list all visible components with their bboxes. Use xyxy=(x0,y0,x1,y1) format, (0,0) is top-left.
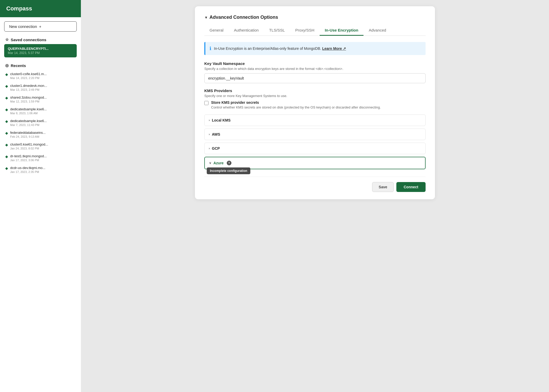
recent-item-date: Mar 7, 2023, 11:43 PM xyxy=(10,123,47,126)
recents-section-title: ◎ Recents xyxy=(0,59,81,70)
db-icon: ◆ xyxy=(5,143,8,147)
azure-kms-section: ∨ Azure ? Incomplete configuration xyxy=(204,157,426,169)
tab-proxy[interactable]: Proxy/SSH xyxy=(290,25,319,36)
tabs-bar: General Authentication TLS/SSL Proxy/SSH… xyxy=(204,25,426,36)
local-kms-header[interactable]: › Local KMS xyxy=(205,115,425,126)
list-item[interactable]: ◆ cluster0.kse61.mongod... Jan 24, 2023,… xyxy=(0,140,81,152)
saved-connections-list: QUERYABLEENCRYPTI... Mar 14, 2023, 5:37 … xyxy=(0,44,81,59)
key-vault-title: Key Vault Namespace xyxy=(204,61,426,66)
learn-more-link[interactable]: Learn More ↗ xyxy=(322,46,346,51)
db-icon: ◆ xyxy=(5,96,8,100)
saved-item-name: QUERYABLEENCRYPTI... xyxy=(8,47,73,51)
list-item[interactable]: ◆ shared.3zdou.mongod... Mar 12, 2023, 1… xyxy=(0,93,81,105)
recent-item-name: dcdr-us-dev.tkqmi.mo... xyxy=(10,166,45,170)
key-vault-input[interactable] xyxy=(204,73,426,83)
list-item[interactable]: ◆ federateddatabaseins... Feb 24, 2023, … xyxy=(0,129,81,140)
store-kms-row: Store KMS provider secrets Control wheth… xyxy=(204,100,426,109)
save-button[interactable]: Save xyxy=(372,182,394,192)
db-icon: ◆ xyxy=(5,84,8,88)
local-kms-label: Local KMS xyxy=(212,118,231,122)
recent-item-date: Mar 13, 2023, 2:49 PM xyxy=(10,88,47,91)
saved-item-date: Mar 14, 2023, 5:37 PM xyxy=(8,51,73,55)
list-item[interactable]: ◆ dcdr-us-dev.tkqmi.mo... Jan 17, 2023, … xyxy=(0,164,81,176)
app-title: Compass xyxy=(6,5,32,12)
recent-item-name: cluster0-csfle.kse61.m... xyxy=(10,72,47,76)
recent-item-date: Jan 24, 2023, 8:02 PM xyxy=(10,147,48,150)
aws-kms-section: › AWS xyxy=(204,129,426,140)
kms-providers-title: KMS Providers xyxy=(204,88,426,93)
recent-item-name: shared.3zdou.mongod... xyxy=(10,95,47,99)
info-text: In-Use Encryption is an Enterprise/Atlas… xyxy=(214,46,346,51)
db-icon: ◆ xyxy=(5,166,8,170)
recent-item-name: federateddatabaseins... xyxy=(10,131,46,135)
recents-label: Recents xyxy=(11,63,26,68)
db-icon: ◆ xyxy=(5,131,8,135)
azure-kms-label: Azure xyxy=(213,161,224,165)
db-icon: ◆ xyxy=(5,72,8,76)
db-icon: ◆ xyxy=(5,119,8,123)
card-title-text: Advanced Connection Options xyxy=(210,15,278,20)
azure-tooltip: Incomplete configuration xyxy=(207,167,250,174)
recent-item-date: Mar 12, 2023, 1:59 PM xyxy=(10,100,47,103)
new-connection-button[interactable]: New connection + xyxy=(4,21,77,32)
gcp-kms-header[interactable]: › GCP xyxy=(205,143,425,154)
chevron-right-icon: › xyxy=(209,132,210,136)
tab-advanced[interactable]: Advanced xyxy=(363,25,391,36)
saved-connection-item[interactable]: QUERYABLEENCRYPTI... Mar 14, 2023, 5:37 … xyxy=(4,44,77,57)
tab-inuse-encryption[interactable]: In-Use Encryption xyxy=(320,25,363,36)
connect-button[interactable]: Connect xyxy=(396,182,426,192)
db-icon: ◆ xyxy=(5,107,8,112)
store-kms-desc: Control whether KMS secrets are stored o… xyxy=(211,105,381,109)
saved-connections-label: Saved connections xyxy=(11,38,46,42)
info-icon: ℹ xyxy=(210,46,211,51)
card-title: ▼ Advanced Connection Options xyxy=(204,15,426,20)
star-icon: ☆ xyxy=(5,37,9,42)
recent-item-name: dedicatedsample.kse6... xyxy=(10,107,47,111)
recent-item-date: Mar 14, 2023, 2:20 PM xyxy=(10,76,47,80)
local-kms-section: › Local KMS xyxy=(204,114,426,126)
azure-kms-header[interactable]: ∨ Azure ? Incomplete configuration xyxy=(205,157,425,169)
kms-providers-desc: Specify one or more Key Management Syste… xyxy=(204,94,426,98)
recent-item-name: dedicatedsample.kse6... xyxy=(10,119,47,123)
new-connection-label: New connection xyxy=(9,24,37,29)
recent-item-name: cluster1.dmedevk.mon... xyxy=(10,84,47,88)
store-kms-checkbox[interactable] xyxy=(204,101,208,105)
list-item[interactable]: ◆ cluster1.dmedevk.mon... Mar 13, 2023, … xyxy=(0,82,81,93)
recent-item-date: Feb 24, 2023, 9:13 AM xyxy=(10,135,46,138)
recent-item-name: cluster0.kse61.mongod... xyxy=(10,142,48,146)
tab-tls[interactable]: TLS/SSL xyxy=(264,25,290,36)
chevron-right-icon: › xyxy=(209,118,210,122)
chevron-down-icon: ∨ xyxy=(209,161,211,165)
plus-icon: + xyxy=(39,24,41,29)
main-content: ▼ Advanced Connection Options General Au… xyxy=(81,0,549,392)
recents-list: ◆ cluster0-csfle.kse61.m... Mar 14, 2023… xyxy=(0,70,81,392)
sidebar-header: Compass xyxy=(0,0,81,17)
connection-options-card: ▼ Advanced Connection Options General Au… xyxy=(195,6,435,199)
chevron-down-icon: ▼ xyxy=(204,15,208,20)
tab-general[interactable]: General xyxy=(204,25,229,36)
recent-item-name: dr-test1.tkqmi.mongod... xyxy=(10,154,47,158)
chevron-right-icon: › xyxy=(209,147,210,150)
saved-connections-section: ☆ Saved connections xyxy=(0,34,81,44)
sidebar: Compass New connection + ☆ Saved connect… xyxy=(0,0,81,392)
card-footer: Save Connect xyxy=(204,177,426,192)
aws-kms-label: AWS xyxy=(212,132,220,136)
recents-icon: ◎ xyxy=(5,63,9,68)
list-item[interactable]: ◆ dedicatedsample.kse6... Mar 7, 2023, 1… xyxy=(0,117,81,129)
recent-item-date: Jan 17, 2023, 3:06 PM xyxy=(10,159,47,162)
gcp-kms-label: GCP xyxy=(212,146,220,150)
list-item[interactable]: ◆ dr-test1.tkqmi.mongod... Jan 17, 2023,… xyxy=(0,152,81,164)
aws-kms-header[interactable]: › AWS xyxy=(205,129,425,140)
store-kms-label: Store KMS provider secrets xyxy=(211,100,381,105)
key-vault-desc: Specify a collection in which data encry… xyxy=(204,67,426,71)
list-item[interactable]: ◆ cluster0-csfle.kse61.m... Mar 14, 2023… xyxy=(0,70,81,82)
info-banner: ℹ In-Use Encryption is an Enterprise/Atl… xyxy=(204,42,426,55)
gcp-kms-section: › GCP xyxy=(204,143,426,154)
list-item[interactable]: ◆ dedicatedsample.kse6... Mar 8, 2023, 1… xyxy=(0,105,81,117)
recent-item-date: Mar 8, 2023, 1:06 AM xyxy=(10,112,47,115)
db-icon: ◆ xyxy=(5,154,8,159)
recent-item-date: Jan 17, 2023, 2:35 PM xyxy=(10,170,45,173)
help-icon[interactable]: ? xyxy=(227,161,231,165)
tab-authentication[interactable]: Authentication xyxy=(229,25,264,36)
azure-help-wrapper: ? Incomplete configuration xyxy=(226,161,231,165)
